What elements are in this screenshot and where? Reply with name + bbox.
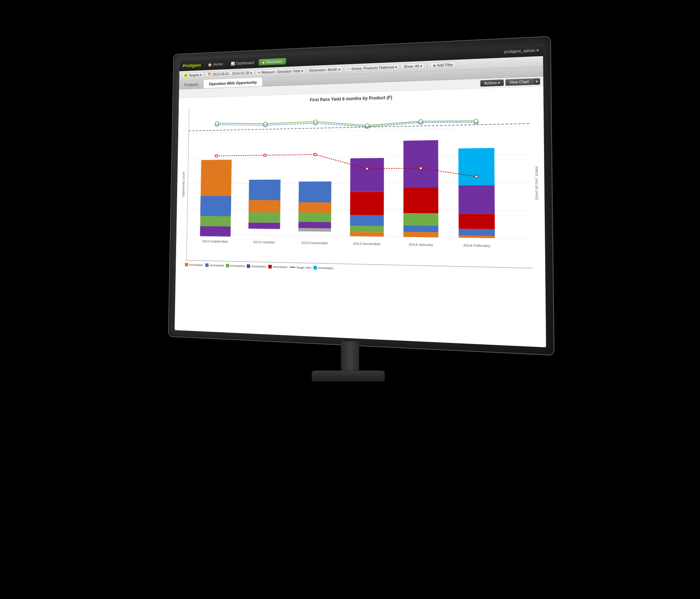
legend-color-3: [226, 264, 229, 267]
chart-svg: 0 2000 4000 6000 8000 0.00% 20.00% 40.00…: [187, 99, 532, 268]
legend-line-target: [290, 267, 295, 267]
legend-label-3: #HV04A004: [230, 264, 245, 268]
measure-value: Measure: Operation Yield: [261, 69, 300, 74]
bar-feb-purple: [459, 185, 495, 214]
actions-dropdown-icon: ▾: [498, 81, 500, 85]
measure-dropdown: ▾: [301, 69, 303, 73]
actions-button[interactable]: Actions ▾: [480, 79, 504, 87]
svg-text:2014-February: 2014-February: [463, 243, 491, 247]
legend-item-5: #HV04A002: [268, 265, 287, 269]
filter-icon: ⊕: [433, 63, 436, 67]
point-2-1: [215, 121, 219, 125]
nav-discovery[interactable]: ◈ Discovery: [258, 58, 286, 65]
monitor-stand: [321, 341, 379, 385]
bar-dec-green: [350, 226, 384, 232]
toolbar-date-range[interactable]: 📅 2013-09-01 - 2014-02-28 ▾: [205, 70, 254, 78]
target-badge-icon: T: [184, 74, 188, 77]
point-3-2: [264, 154, 266, 157]
tab-products[interactable]: Products: [179, 80, 204, 89]
dashboard-icon: 📊: [231, 62, 235, 66]
nav-dashboard-label: Dashboard: [236, 60, 254, 65]
bar-oct-orange: [249, 200, 280, 212]
toolbar-show[interactable]: Show: All ▾: [401, 63, 424, 70]
point-3-5: [419, 167, 422, 169]
brand-logo: Proligent: [183, 62, 201, 68]
line-series-2: [217, 117, 476, 129]
chart-inner: 0 2000 4000 6000 8000 0.00% 20.00% 40.00…: [186, 99, 532, 269]
stand-base: [312, 371, 385, 381]
bar-oct-purple: [248, 223, 280, 229]
legend-item-6: #HV04A001: [314, 266, 334, 270]
dimension-value: Dimension: Month: [309, 67, 338, 73]
chart-wrapper: Opportunity Count: [180, 99, 540, 269]
add-filter-label: Add Filter: [437, 63, 454, 67]
monitor-frame: Proligent 🏠 Home 📊 Dashboard ◈ Discovery…: [169, 37, 554, 355]
legend-label-4: #HV04A002: [251, 265, 266, 268]
legend-item-target: Target: 85%: [290, 265, 312, 269]
legend-color-5: [268, 265, 272, 269]
bar-jan-blue: [403, 225, 438, 232]
bar-dec-orange: [350, 232, 384, 237]
nav-discovery-label: Discovery: [266, 59, 283, 64]
svg-line-1: [189, 127, 531, 134]
legend-item-3: #HV04A004: [226, 264, 245, 268]
legend-item-4: #HV04A002: [247, 264, 266, 268]
bar-jan-green: [403, 213, 438, 226]
bar-jan-purple: [404, 140, 439, 188]
point-2-4: [365, 124, 369, 127]
toolbar-measure[interactable]: ✏ Measure: Operation Yield ▾: [256, 68, 306, 76]
stand-neck: [341, 341, 359, 371]
toolbar-dimension[interactable]: Dimension: Month ▾: [307, 66, 343, 74]
legend-label-target: Target: 85%: [296, 266, 311, 269]
series-icon: 〰: [347, 67, 350, 71]
legend-color-6: [314, 266, 317, 270]
legend-color-4: [247, 264, 250, 268]
user-area[interactable]: proligent_admin ▾: [504, 48, 539, 54]
nav-dashboard[interactable]: 📊 Dashboard: [228, 59, 257, 67]
chart-area: First Pass Yield 6 months by Product (F)…: [176, 86, 545, 281]
calendar-icon: 📅: [207, 73, 211, 77]
legend-label-1: #HV04A001: [189, 263, 203, 267]
point-3-6: [475, 175, 478, 178]
monitor-container: Proligent 🏠 Home 📊 Dashboard ◈ Discovery…: [149, 44, 551, 555]
nav-home-label: Home: [213, 62, 223, 66]
svg-text:2013-October: 2013-October: [253, 240, 275, 244]
discovery-icon: ◈: [262, 60, 265, 64]
point-2-5: [419, 120, 423, 123]
nav-home[interactable]: 🏠 Home: [205, 61, 226, 68]
view-chart-dropdown[interactable]: ▾: [533, 78, 540, 85]
user-label: proligent_admin ▾: [504, 48, 539, 54]
bar-dec-red: [350, 192, 384, 215]
legend-item-1: #HV04A001: [185, 263, 203, 267]
bar-sep-purple: [200, 226, 230, 237]
show-dropdown: ▾: [420, 64, 422, 68]
legend-label-2: #HV04A003: [210, 264, 224, 267]
tab-operation-label: Operation With Opportunity: [209, 80, 257, 86]
bar-sep-green: [200, 216, 231, 227]
y-axis-right-label: FIRST_VALUE (AVG): [532, 99, 540, 269]
date-range-value: 2013-09-01 - 2014-02-28: [212, 71, 249, 76]
toolbar-add-filter[interactable]: ⊕ Add Filter: [430, 62, 456, 69]
bar-nov-purple: [298, 222, 331, 228]
legend-color-1: [185, 263, 188, 266]
bar-oct-green: [249, 212, 280, 223]
legend-label-5: #HV04A002: [273, 265, 288, 269]
view-chart-group: View Chart ▾: [505, 78, 540, 86]
actions-label: Actions: [484, 81, 497, 85]
svg-text:2013-December: 2013-December: [353, 242, 381, 246]
point-2-2: [264, 122, 267, 125]
bar-feb-blue: [459, 229, 495, 236]
bar-dec-purple: [350, 158, 384, 192]
point-3-4: [366, 167, 369, 170]
view-chart-button[interactable]: View Chart: [505, 78, 533, 86]
legend-item-2: #HV04A003: [205, 263, 224, 267]
legend-color-2: [205, 263, 209, 267]
series-dropdown: ▾: [395, 65, 397, 69]
toolbar-divider: [427, 63, 428, 69]
line-series-1: [217, 119, 476, 130]
monitor-screen: Proligent 🏠 Home 📊 Dashboard ◈ Discovery…: [175, 44, 546, 348]
point-2-3: [314, 120, 317, 123]
bar-feb-red: [459, 214, 495, 229]
toolbar-series[interactable]: 〰 Series: Products Flattened ▾: [344, 64, 400, 72]
toolbar-target-badge[interactable]: T Targets ▾: [182, 72, 204, 78]
